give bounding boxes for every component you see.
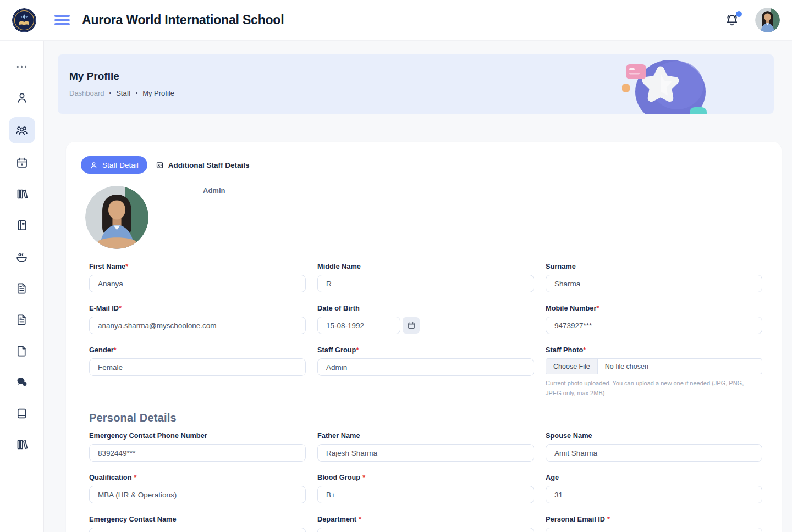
choose-file-button[interactable]: Choose File	[546, 359, 598, 374]
required-asterisk: *	[125, 262, 128, 270]
emergency-name-input[interactable]	[89, 528, 306, 532]
page-title: My Profile	[69, 70, 774, 82]
sidebar-item-library[interactable]	[9, 182, 35, 206]
blood-group-input[interactable]	[317, 486, 534, 503]
sidebar-item-notebook[interactable]	[9, 213, 35, 237]
notebook-icon	[15, 219, 29, 232]
meal-icon	[15, 250, 29, 264]
age-label: Age	[546, 473, 762, 481]
staff-form: First Name* Middle Name Surname E-Mail I…	[66, 262, 762, 532]
spouse-name-label: Spouse Name	[546, 431, 762, 440]
breadcrumb-separator: •	[109, 90, 112, 96]
emergency-phone-input[interactable]	[89, 444, 306, 462]
personal-email-label: Personal Email ID*	[546, 515, 762, 523]
role-label: Admin	[203, 186, 225, 195]
required-asterisk: *	[359, 515, 361, 523]
calendar-icon	[407, 321, 416, 330]
sidebar-item-staff[interactable]	[9, 117, 35, 143]
email-label: E-Mail ID*	[89, 304, 306, 312]
library-icon	[15, 438, 29, 451]
staff-group-label: Staff Group*	[317, 346, 534, 354]
sidebar-item-meals[interactable]	[9, 245, 35, 269]
dob-input[interactable]	[317, 317, 400, 334]
sidebar-item-report-2[interactable]	[9, 307, 35, 331]
age-input[interactable]	[546, 486, 762, 503]
person-icon	[90, 161, 98, 169]
required-asterisk: *	[119, 304, 122, 312]
book-icon	[15, 407, 28, 420]
profile-photo-row: Admin	[66, 186, 762, 249]
sidebar-item-report-1[interactable]	[9, 276, 35, 300]
breadcrumb-staff[interactable]: Staff	[116, 89, 131, 97]
required-asterisk: *	[596, 304, 599, 312]
tab-additional-staff-details[interactable]: Additional Staff Details	[156, 161, 250, 169]
sidebar-item-documents[interactable]	[9, 339, 35, 363]
report-icon	[15, 313, 28, 326]
page-banner: My Profile Dashboard • Staff • My Profil…	[58, 54, 774, 114]
qualification-input[interactable]	[89, 486, 306, 503]
gender-label: Gender*	[89, 346, 306, 354]
breadcrumb: Dashboard • Staff • My Profile	[69, 89, 774, 97]
sidebar-item-calendar[interactable]	[9, 151, 35, 175]
surname-input[interactable]	[546, 275, 762, 292]
sidebar-item-messages[interactable]	[9, 370, 35, 394]
calendar-icon	[15, 156, 29, 169]
calendar-picker-button[interactable]	[403, 317, 420, 334]
father-name-input[interactable]	[317, 444, 534, 462]
breadcrumb-dashboard[interactable]: Dashboard	[69, 89, 105, 97]
sidebar-item-book[interactable]	[9, 401, 35, 425]
mobile-input[interactable]	[546, 317, 762, 334]
first-name-input[interactable]	[89, 275, 306, 292]
main-content: My Profile Dashboard • Staff • My Profil…	[44, 41, 792, 532]
library-icon	[15, 187, 29, 201]
required-asterisk: *	[356, 346, 359, 354]
dob-label: Date of Birth	[317, 304, 534, 312]
hamburger-menu-icon[interactable]	[54, 13, 70, 27]
tab-staff-detail[interactable]: Staff Detail	[81, 156, 147, 174]
ellipsis-icon[interactable]	[9, 54, 35, 79]
school-logo-icon	[12, 8, 36, 32]
required-asterisk: *	[114, 346, 117, 354]
required-asterisk: *	[362, 473, 365, 481]
id-card-icon	[156, 161, 164, 169]
required-asterisk: *	[134, 473, 137, 481]
required-asterisk: *	[607, 515, 610, 523]
email-input[interactable]	[89, 317, 306, 334]
qualification-label: Qualification*	[89, 473, 306, 481]
middle-name-label: Middle Name	[317, 262, 534, 270]
blood-group-label: Blood Group*	[317, 473, 534, 481]
profile-card: Staff Detail Additional Staff Details	[66, 142, 782, 532]
breadcrumb-separator: •	[136, 90, 138, 96]
department-input[interactable]	[317, 528, 534, 532]
report-icon	[15, 282, 28, 295]
first-name-label: First Name*	[89, 262, 306, 270]
sidebar-nav	[0, 41, 44, 532]
staff-photo-file-input: Choose File No file chosen	[546, 358, 762, 374]
mobile-label: Mobile Number*	[546, 304, 762, 312]
user-icon	[15, 91, 29, 104]
header-user-avatar[interactable]	[755, 8, 780, 32]
star-badge-illustration	[611, 54, 719, 114]
department-label: Department*	[317, 515, 534, 523]
staff-photo-label: Staff Photo*	[546, 346, 762, 354]
breadcrumb-current: My Profile	[142, 89, 174, 97]
personal-details-heading: Personal Details	[89, 412, 762, 424]
middle-name-input[interactable]	[317, 275, 534, 292]
file-icon	[15, 345, 28, 357]
surname-label: Surname	[546, 262, 762, 270]
emergency-name-label: Emergency Contact Name	[89, 515, 306, 523]
staff-group-input[interactable]	[317, 358, 534, 376]
file-chosen-text: No file chosen	[598, 359, 648, 374]
tab-bar: Staff Detail Additional Staff Details	[66, 156, 762, 174]
staff-profile-photo	[85, 186, 148, 249]
spouse-name-input[interactable]	[546, 444, 762, 462]
personal-email-input[interactable]	[546, 528, 762, 532]
notification-dot	[736, 11, 742, 17]
bell-icon[interactable]	[724, 13, 740, 28]
gender-input[interactable]	[89, 358, 306, 376]
emergency-phone-label: Emergency Contact Phone Number	[89, 431, 306, 440]
sidebar-item-library-2[interactable]	[9, 433, 35, 457]
sidebar-item-profile[interactable]	[9, 86, 35, 110]
required-asterisk: *	[583, 346, 586, 354]
staff-photo-helper-text: Current photo uploaded. You can upload a…	[546, 379, 755, 398]
